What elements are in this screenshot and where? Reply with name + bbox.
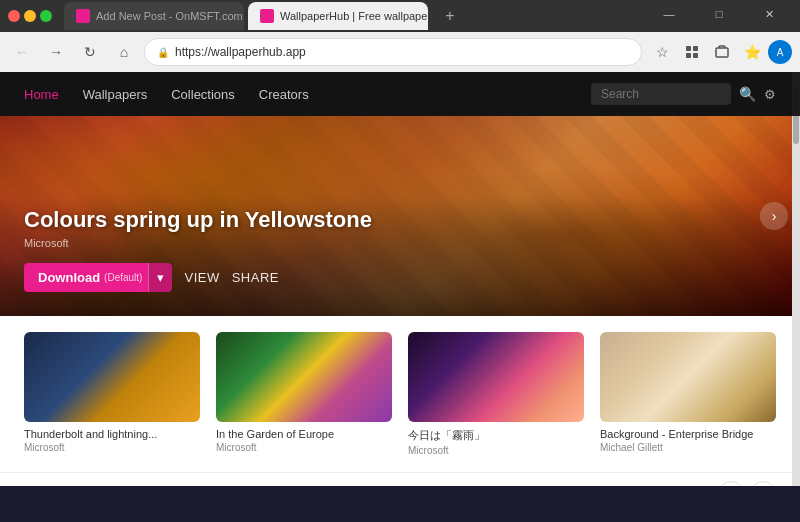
refresh-button[interactable]: ↻ [76, 38, 104, 66]
svg-rect-2 [686, 53, 691, 58]
tab-1-favicon [76, 9, 90, 23]
nav-creators[interactable]: Creators [259, 87, 309, 102]
new-tab-button[interactable]: + [436, 2, 464, 30]
hero-next-arrow[interactable]: › [760, 202, 788, 230]
title-bar: Add New Post - OnMSFT.com... ✕ Wallpaper… [0, 0, 800, 32]
hero-actions: Download (Default) ▾ VIEW SHARE [24, 263, 372, 292]
search-input[interactable] [591, 83, 731, 105]
extensions-button[interactable] [678, 38, 706, 66]
svg-rect-3 [693, 53, 698, 58]
wallpaper-author-0: Microsoft [24, 442, 200, 453]
wallpaper-thumb-2 [408, 332, 584, 422]
featured-section: Featured ‹ › [0, 472, 800, 486]
hero-subtitle: Microsoft [24, 237, 372, 249]
download-label: Download [38, 270, 100, 285]
nav-home[interactable]: Home [24, 87, 59, 102]
maximize-button[interactable]: □ [696, 0, 742, 28]
tab-2-favicon [260, 9, 274, 23]
tab-2[interactable]: WallpaperHub | Free wallpaper... ✕ [248, 2, 428, 30]
wallpaper-item-0[interactable]: Thunderbolt and lightning... Microsoft [24, 332, 200, 456]
wallpaper-title-1: In the Garden of Europe [216, 428, 392, 440]
settings-icon[interactable]: ⚙ [764, 87, 776, 102]
favorites-button[interactable]: ⭐ [738, 38, 766, 66]
traffic-light-close[interactable] [8, 10, 20, 22]
download-default: (Default) [104, 272, 142, 283]
hero-section: Colours spring up in Yellowstone Microso… [0, 116, 800, 316]
share-button[interactable]: SHARE [232, 270, 279, 285]
address-bar[interactable]: 🔒 https://wallpaperhub.app [144, 38, 642, 66]
tab-1-label: Add New Post - OnMSFT.com... [96, 10, 244, 22]
hero-content: Colours spring up in Yellowstone Microso… [24, 207, 372, 292]
window-controls: — □ ✕ [646, 0, 792, 32]
wallpaper-title-0: Thunderbolt and lightning... [24, 428, 200, 440]
svg-rect-4 [716, 48, 728, 57]
collections-button[interactable] [708, 38, 736, 66]
search-icon[interactable]: 🔍 [739, 86, 756, 102]
wallpaper-item-1[interactable]: In the Garden of Europe Microsoft [216, 332, 392, 456]
tab-1[interactable]: Add New Post - OnMSFT.com... ✕ [64, 2, 244, 30]
browser-chrome: Add New Post - OnMSFT.com... ✕ Wallpaper… [0, 0, 800, 72]
view-button[interactable]: VIEW [184, 270, 219, 285]
site-scrollbar[interactable] [792, 72, 800, 486]
profile-avatar[interactable]: A [768, 40, 792, 64]
site-nav: Home Wallpapers Collections Creators 🔍 ⚙ [0, 72, 800, 116]
traffic-lights [8, 10, 52, 22]
nav-collections[interactable]: Collections [171, 87, 235, 102]
forward-button[interactable]: → [42, 38, 70, 66]
hero-title: Colours spring up in Yellowstone [24, 207, 372, 233]
toolbar: ← → ↻ ⌂ 🔒 https://wallpaperhub.app ☆ ⭐ A [0, 32, 800, 72]
wallpaper-item-3[interactable]: Background - Enterprise Bridge Michael G… [600, 332, 776, 456]
wallpaper-grid: Thunderbolt and lightning... Microsoft I… [24, 332, 776, 456]
close-button[interactable]: ✕ [746, 0, 792, 28]
wallpaper-thumb-3 [600, 332, 776, 422]
wallpaper-author-2: Microsoft [408, 445, 584, 456]
back-button[interactable]: ← [8, 38, 36, 66]
wallpaper-title-3: Background - Enterprise Bridge [600, 428, 776, 440]
featured-next-button[interactable]: › [750, 481, 776, 486]
home-button[interactable]: ⌂ [110, 38, 138, 66]
wallpaper-row: Thunderbolt and lightning... Microsoft I… [0, 316, 800, 472]
svg-rect-1 [693, 46, 698, 51]
svg-rect-0 [686, 46, 691, 51]
wallpaper-title-2: 今日は「霧雨」 [408, 428, 584, 443]
featured-header: Featured ‹ › [24, 481, 776, 486]
featured-nav: ‹ › [718, 481, 776, 486]
traffic-light-maximize[interactable] [40, 10, 52, 22]
wallpaper-item-2[interactable]: 今日は「霧雨」 Microsoft [408, 332, 584, 456]
toolbar-actions: ☆ ⭐ A [648, 38, 792, 66]
wallpaper-thumb-0 [24, 332, 200, 422]
minimize-button[interactable]: — [646, 0, 692, 28]
featured-title: Featured [24, 484, 100, 487]
featured-prev-button[interactable]: ‹ [718, 481, 744, 486]
traffic-light-minimize[interactable] [24, 10, 36, 22]
star-button[interactable]: ☆ [648, 38, 676, 66]
nav-search: 🔍 ⚙ [591, 83, 776, 105]
download-dropdown-button[interactable]: ▾ [148, 263, 172, 292]
url-text: https://wallpaperhub.app [175, 45, 629, 59]
tab-2-label: WallpaperHub | Free wallpaper... [280, 10, 428, 22]
website-content: Home Wallpapers Collections Creators 🔍 ⚙… [0, 72, 800, 486]
wallpaper-author-1: Microsoft [216, 442, 392, 453]
lock-icon: 🔒 [157, 47, 169, 58]
wallpaper-thumb-1 [216, 332, 392, 422]
nav-wallpapers[interactable]: Wallpapers [83, 87, 148, 102]
download-button[interactable]: Download (Default) [24, 263, 156, 292]
wallpaper-author-3: Michael Gillett [600, 442, 776, 453]
